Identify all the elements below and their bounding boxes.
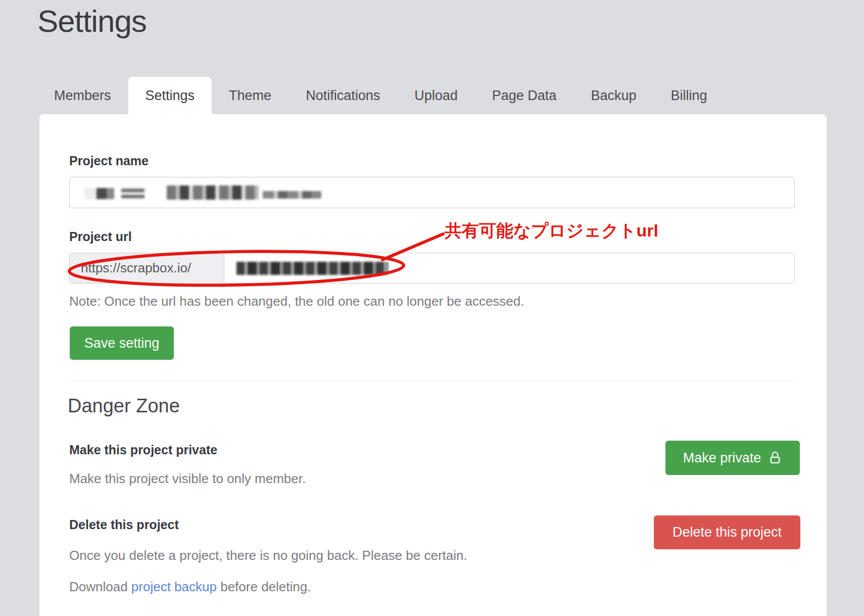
- delete-project-description: Once you delete a project, there is no g…: [69, 548, 467, 563]
- redacted-project-name: [167, 185, 259, 200]
- redacted-project-name: [121, 186, 145, 199]
- tab-members[interactable]: Members: [37, 77, 128, 114]
- project-name-label: Project name: [69, 154, 149, 168]
- settings-panel: Project name Project url https://scrapbo…: [39, 114, 827, 616]
- annotation-label: 共有可能なプロジェクトurl: [445, 220, 658, 241]
- tab-billing[interactable]: Billing: [653, 77, 724, 114]
- tab-theme[interactable]: Theme: [212, 77, 289, 114]
- redacted-project-name: [85, 188, 114, 199]
- make-private-button[interactable]: Make private: [665, 441, 800, 475]
- redacted-project-url: [236, 262, 388, 275]
- backup-hint-suffix: before deleting.: [217, 579, 311, 594]
- tab-backup[interactable]: Backup: [573, 77, 653, 114]
- settings-tab-bar: Members Settings Theme Notifications Upl…: [37, 77, 724, 114]
- lock-icon: [768, 451, 782, 465]
- section-divider: [69, 381, 795, 381]
- delete-project-button[interactable]: Delete this project: [654, 515, 800, 549]
- project-name-input[interactable]: [69, 177, 795, 208]
- project-url-input[interactable]: [224, 253, 794, 283]
- url-change-note: Note: Once the url has been changed, the…: [69, 294, 524, 309]
- project-url-group: https://scrapbox.io/: [69, 253, 795, 283]
- page-title: Settings: [37, 3, 147, 39]
- delete-project-label: Delete this project: [69, 517, 179, 532]
- project-url-prefix: https://scrapbox.io/: [70, 253, 224, 283]
- tab-notifications[interactable]: Notifications: [289, 77, 397, 114]
- backup-hint: Download project backup before deleting.: [69, 579, 311, 595]
- project-url-label: Project url: [69, 229, 132, 244]
- danger-zone-heading: Danger Zone: [68, 395, 180, 417]
- redacted-project-name: [263, 191, 321, 199]
- make-private-label: Make this project private: [69, 443, 217, 457]
- tab-page-data[interactable]: Page Data: [475, 77, 574, 114]
- tab-upload[interactable]: Upload: [397, 77, 475, 114]
- tab-settings[interactable]: Settings: [128, 77, 212, 114]
- backup-hint-prefix: Download: [69, 579, 131, 594]
- project-backup-link[interactable]: project backup: [131, 579, 217, 594]
- make-private-description: Make this project visible to only member…: [69, 471, 306, 487]
- make-private-button-label: Make private: [683, 450, 761, 466]
- save-setting-button[interactable]: Save setting: [70, 326, 174, 360]
